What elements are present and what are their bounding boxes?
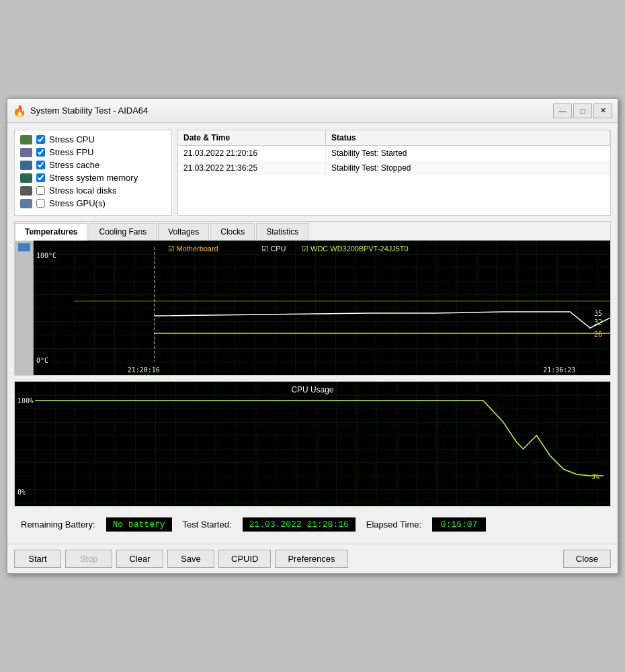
- log-status-header: Status: [326, 130, 610, 145]
- stress-fpu-checkbox[interactable]: [36, 148, 45, 157]
- stress-cache-label: Stress cache: [49, 160, 99, 170]
- chart-sidebar: [15, 241, 34, 375]
- status-bar: Remaining Battery: No battery Test Start…: [14, 512, 611, 537]
- stress-disks-checkbox[interactable]: [36, 186, 45, 195]
- svg-text:100%: 100%: [17, 397, 34, 405]
- stress-memory-item: Stress system memory: [20, 173, 166, 183]
- fpu-stress-icon: [20, 148, 32, 157]
- log-datetime-1: 21.03.2022 21:36:25: [178, 161, 326, 175]
- main-window: 🔥 System Stability Test - AIDA64 — □ ✕ S…: [7, 98, 618, 574]
- gpu-stress-icon: [20, 199, 32, 208]
- tab-bar: Temperatures Cooling Fans Voltages Clock…: [15, 222, 610, 241]
- elapsed-time-label: Elapsed Time:: [366, 519, 421, 530]
- stress-fpu-item: Stress FPU: [20, 147, 166, 157]
- svg-text:0°C: 0°C: [36, 357, 48, 364]
- log-datetime-0: 21.03.2022 21:20:16: [178, 146, 326, 161]
- cpu-usage-section: CPU Usage 100% 0% 3%: [14, 381, 611, 507]
- stress-gpu-label: Stress GPU(s): [49, 198, 106, 208]
- stress-gpu-item: Stress GPU(s): [20, 198, 166, 208]
- tab-voltages[interactable]: Voltages: [158, 223, 209, 240]
- log-status-1: Stability Test: Stopped: [326, 161, 610, 175]
- tab-clocks[interactable]: Clocks: [210, 223, 255, 240]
- cpu-usage-chart: CPU Usage 100% 0% 3%: [15, 382, 610, 506]
- stress-cache-checkbox[interactable]: [36, 161, 45, 169]
- stress-memory-checkbox[interactable]: [36, 173, 45, 182]
- battery-value: No battery: [106, 517, 172, 532]
- temp-chart-svg: 35 32 26 100°C 0°C 21:20:16 21:36:23 ☑ M…: [34, 241, 610, 375]
- cpu-stress-icon: [20, 135, 32, 144]
- tab-cooling-fans[interactable]: Cooling Fans: [89, 223, 157, 240]
- stress-cpu-item: Stress CPU: [20, 134, 166, 144]
- svg-text:0%: 0%: [17, 489, 26, 496]
- tab-temperatures[interactable]: Temperatures: [15, 223, 87, 241]
- save-button[interactable]: Save: [167, 550, 214, 568]
- test-started-label: Test Started:: [183, 519, 232, 530]
- close-button[interactable]: Close: [563, 550, 611, 568]
- log-datetime-header: Date & Time: [178, 130, 326, 145]
- clear-button[interactable]: Clear: [116, 550, 163, 568]
- main-content: Stress CPU Stress FPU Stress cache Stres…: [7, 123, 618, 544]
- svg-text:32: 32: [594, 319, 602, 326]
- titlebar: 🔥 System Stability Test - AIDA64 — □ ✕: [7, 99, 618, 123]
- svg-text:☑ WDC WD3200BPVT-24JJ5T0: ☑ WDC WD3200BPVT-24JJ5T0: [302, 245, 409, 253]
- memory-stress-icon: [20, 173, 32, 183]
- svg-text:☑ Motherboard: ☑ Motherboard: [168, 245, 218, 253]
- log-panel: Date & Time Status 21.03.2022 21:20:16 S…: [177, 130, 611, 216]
- svg-text:26: 26: [594, 331, 602, 338]
- svg-text:21:20:16: 21:20:16: [128, 366, 160, 374]
- stress-gpu-checkbox[interactable]: [36, 199, 45, 208]
- log-row-1: 21.03.2022 21:36:25 Stability Test: Stop…: [178, 161, 610, 175]
- svg-text:21:36:23: 21:36:23: [543, 366, 575, 374]
- stress-memory-label: Stress system memory: [49, 173, 138, 183]
- log-row-0: 21.03.2022 21:20:16 Stability Test: Star…: [178, 146, 610, 161]
- start-button[interactable]: Start: [14, 550, 61, 568]
- elapsed-time-value: 0:16:07: [432, 517, 486, 532]
- stop-button[interactable]: Stop: [65, 550, 112, 568]
- svg-text:☑ CPU: ☑ CPU: [261, 245, 286, 253]
- test-started-value: 21.03.2022 21:20:16: [243, 517, 356, 532]
- svg-text:CPU Usage: CPU Usage: [291, 385, 333, 394]
- battery-label: Remaining Battery:: [21, 519, 95, 530]
- window-controls: — □ ✕: [553, 103, 612, 118]
- svg-text:35: 35: [594, 310, 602, 317]
- top-section: Stress CPU Stress FPU Stress cache Stres…: [14, 130, 611, 216]
- stress-disks-label: Stress local disks: [49, 185, 116, 196]
- stress-disks-item: Stress local disks: [20, 185, 166, 196]
- stress-cpu-label: Stress CPU: [49, 134, 95, 144]
- app-icon: 🔥: [13, 105, 25, 117]
- maximize-button[interactable]: □: [573, 103, 592, 118]
- close-window-button[interactable]: ✕: [593, 103, 612, 118]
- cpu-chart-area: CPU Usage 100% 0% 3%: [15, 382, 610, 506]
- temperature-chart-area: 35 32 26 100°C 0°C 21:20:16 21:36:23 ☑ M…: [15, 241, 610, 375]
- svg-text:3%: 3%: [591, 473, 599, 480]
- temperature-chart: 35 32 26 100°C 0°C 21:20:16 21:36:23 ☑ M…: [34, 241, 610, 375]
- window-title: System Stability Test - AIDA64: [30, 106, 553, 116]
- log-header: Date & Time Status: [178, 130, 610, 146]
- svg-text:100°C: 100°C: [36, 252, 56, 259]
- svg-rect-1: [34, 241, 610, 375]
- log-status-0: Stability Test: Started: [326, 146, 610, 161]
- stress-cpu-checkbox[interactable]: [36, 135, 45, 144]
- cpuid-button[interactable]: CPUID: [218, 550, 271, 568]
- tabs-section: Temperatures Cooling Fans Voltages Clock…: [14, 221, 611, 376]
- minimize-button[interactable]: —: [553, 103, 572, 118]
- cache-stress-icon: [20, 161, 32, 170]
- button-bar: Start Stop Clear Save CPUID Preferences …: [7, 544, 618, 573]
- cpu-chart-svg: CPU Usage 100% 0% 3%: [15, 382, 610, 506]
- tab-statistics[interactable]: Statistics: [256, 223, 308, 240]
- sidebar-indicator: [18, 243, 30, 251]
- disk-stress-icon: [20, 186, 32, 196]
- stress-options-panel: Stress CPU Stress FPU Stress cache Stres…: [14, 130, 172, 216]
- stress-fpu-label: Stress FPU: [49, 147, 93, 157]
- preferences-button[interactable]: Preferences: [275, 550, 347, 568]
- stress-cache-item: Stress cache: [20, 160, 166, 170]
